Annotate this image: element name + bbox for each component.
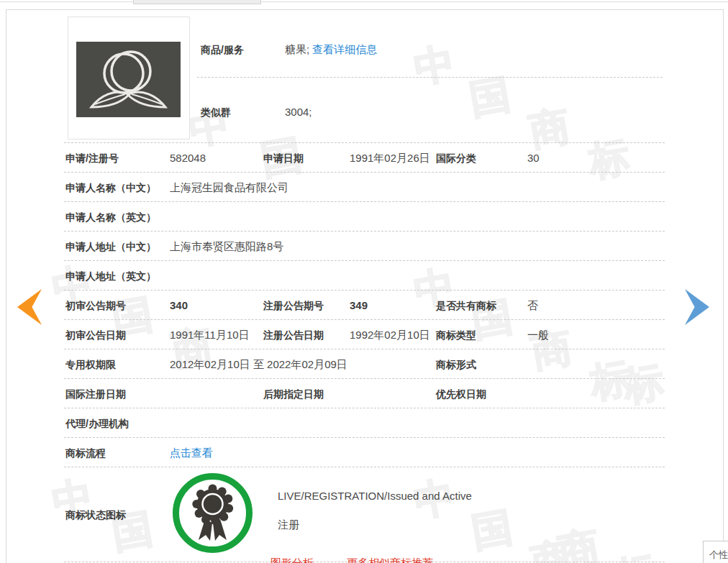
detail-row: 商标流程点击查看	[64, 438, 665, 467]
field-value: 否	[527, 299, 538, 313]
personalization-widget[interactable]: 个性设置	[703, 541, 728, 563]
detail-row: 申请人名称（中文）上海冠生园食品有限公司	[64, 173, 665, 202]
trademark-detail-page: { "trademark": { "image_name": "circle-l…	[0, 0, 728, 563]
field-value: 582048	[170, 152, 206, 164]
partial-link-2[interactable]: 更多相似商标推荐	[347, 557, 433, 563]
detail-row: 申请人名称（英文）	[64, 202, 665, 232]
field-label: 注册公告日期	[263, 329, 324, 342]
field-label: 国际分类	[436, 152, 476, 165]
trademark-detail-panel: 中国商标中国中国商中国商标标中国中国商商标 商品/服务 糖果; 查看详细信息 类…	[6, 9, 724, 563]
field-value: 1991年02月26日	[350, 152, 430, 165]
field-label: 商标形式	[436, 359, 476, 372]
field-label: 初审公告期号	[65, 300, 126, 313]
field-label: 注册公告期号	[263, 300, 324, 313]
field-label: 商标类型	[436, 329, 476, 342]
tab-stub-partial[interactable]	[133, 0, 261, 4]
field-value: 1991年11月10日	[170, 329, 250, 342]
status-icon-label: 商标状态图标	[65, 509, 126, 522]
field-label: 国际注册日期	[65, 388, 126, 401]
goods-services-label: 商品/服务	[201, 44, 244, 57]
field-value: 2012年02月10日 至 2022年02月09日	[170, 358, 347, 372]
trademark-image[interactable]	[68, 17, 190, 139]
field-label: 专用权期限	[65, 359, 116, 372]
field-label: 申请/注册号	[65, 152, 119, 165]
top-divider-line	[0, 1, 728, 2]
field-value: 上海市奉贤区惠阳路8号	[170, 240, 283, 254]
detail-content: 商品/服务 糖果; 查看详细信息 类似群 3004; 申请/注册号582048申…	[6, 10, 723, 563]
field-value: 1992年02月10日	[350, 329, 430, 342]
circle-leaves-logo-icon	[76, 42, 181, 117]
detail-row: 代理/办理机构	[64, 408, 665, 438]
trademark-status-row: 商标状态图标	[64, 467, 665, 562]
field-label: 申请人名称（英文）	[65, 211, 156, 224]
field-label: 后期指定日期	[263, 388, 324, 401]
field-label: 是否共有商标	[436, 300, 496, 313]
registered-status-badge-icon	[171, 472, 254, 554]
status-text-registered: 注册	[278, 518, 299, 532]
detail-rows: 申请/注册号582048申请日期1991年02月26日国际分类30申请人名称（中…	[64, 142, 665, 562]
detail-row: 初审公告期号340注册公告期号349是否共有商标否	[64, 290, 665, 320]
field-label: 申请人名称（中文）	[65, 182, 156, 195]
field-label: 申请人地址（英文）	[65, 270, 156, 283]
field-label: 代理/办理机构	[65, 418, 129, 431]
field-label: 优先权日期	[436, 388, 486, 401]
partial-link-1[interactable]: 图形分析	[270, 557, 314, 563]
detail-row: 申请人地址（英文）	[64, 261, 665, 290]
status-text-live: LIVE/REGISTRATION/Issued and Active	[278, 490, 472, 502]
bottom-partial-links: 图形分析 更多相似商标推荐	[270, 557, 573, 563]
field-value: 349	[350, 299, 368, 311]
detail-row: 国际注册日期后期指定日期优先权日期	[64, 379, 665, 408]
field-label: 商标流程	[65, 447, 106, 460]
field-label: 申请人地址（中文）	[65, 241, 156, 254]
goods-divider	[197, 77, 663, 78]
field-value: 一般	[527, 329, 549, 342]
detail-row: 申请/注册号582048申请日期1991年02月26日国际分类30	[64, 143, 665, 173]
click-to-view-link[interactable]: 点击查看	[170, 447, 213, 460]
detail-row: 初审公告日期1991年11月10日注册公告日期1992年02月10日商标类型一般	[64, 320, 665, 349]
field-value: 上海冠生园食品有限公司	[170, 181, 288, 195]
field-value: 340	[170, 299, 188, 311]
detail-row: 专用权期限2012年02月10日 至 2022年02月09日商标形式	[64, 349, 665, 379]
field-value: 30	[527, 152, 540, 164]
view-details-link[interactable]: 查看详细信息	[312, 43, 377, 55]
field-label: 申请日期	[263, 152, 304, 165]
similar-group-value: 3004;	[285, 106, 312, 118]
personalization-widget-label: 个性设置	[709, 549, 728, 560]
field-label: 初审公告日期	[65, 329, 126, 342]
detail-row: 申请人地址（中文）上海市奉贤区惠阳路8号	[64, 232, 665, 261]
goods-services-value: 糖果; 查看详细信息	[285, 43, 377, 57]
similar-group-label: 类似群	[201, 106, 231, 119]
